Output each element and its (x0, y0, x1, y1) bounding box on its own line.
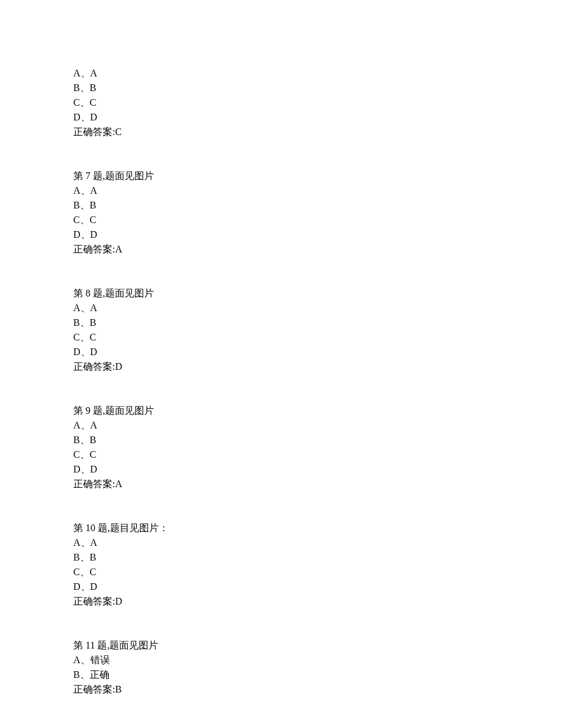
correct-answer: 正确答案:C (73, 125, 562, 139)
question-header: 第 7 题,题面见图片 (73, 169, 562, 183)
option-d: D、D (73, 462, 562, 477)
question-header: 第 11 题,题面见图片 (73, 638, 562, 653)
option-c: C、C (73, 213, 562, 227)
correct-answer: 正确答案:B (73, 682, 562, 697)
question-header: 第 10 题,题目见图片： (73, 521, 562, 535)
option-a: A、A (73, 301, 562, 315)
option-a: A、A (73, 535, 562, 550)
option-a: A、A (73, 66, 562, 81)
option-a: A、A (73, 183, 562, 198)
question-block-11: 第 11 题,题面见图片 A、错误 B、正确 正确答案:B (73, 638, 562, 697)
option-d: D、D (73, 579, 562, 594)
question-block-7: 第 7 题,题面见图片 A、A B、B C、C D、D 正确答案:A (73, 169, 562, 257)
question-block-9: 第 9 题,题面见图片 A、A B、B C、C D、D 正确答案:A (73, 403, 562, 491)
option-a: A、A (73, 418, 562, 433)
option-c: C、C (73, 565, 562, 579)
question-block-6: A、A B、B C、C D、D 正确答案:C (73, 66, 562, 139)
question-block-10: 第 10 题,题目见图片： A、A B、B C、C D、D 正确答案:D (73, 521, 562, 609)
correct-answer: 正确答案:D (73, 594, 562, 609)
option-c: C、C (73, 447, 562, 462)
option-b: B、B (73, 81, 562, 95)
option-a: A、错误 (73, 653, 562, 667)
question-header: 第 9 题,题面见图片 (73, 403, 562, 418)
option-b: B、正确 (73, 667, 562, 682)
question-block-8: 第 8 题,题面见图片 A、A B、B C、C D、D 正确答案:D (73, 286, 562, 374)
correct-answer: 正确答案:D (73, 359, 562, 374)
question-header: 第 8 题,题面见图片 (73, 286, 562, 301)
option-b: B、B (73, 315, 562, 330)
option-d: D、D (73, 345, 562, 359)
correct-answer: 正确答案:A (73, 477, 562, 491)
option-b: B、B (73, 433, 562, 447)
option-c: C、C (73, 330, 562, 345)
option-b: B、B (73, 550, 562, 565)
option-d: D、D (73, 227, 562, 242)
correct-answer: 正确答案:A (73, 242, 562, 257)
option-c: C、C (73, 95, 562, 110)
option-b: B、B (73, 198, 562, 213)
option-d: D、D (73, 110, 562, 125)
